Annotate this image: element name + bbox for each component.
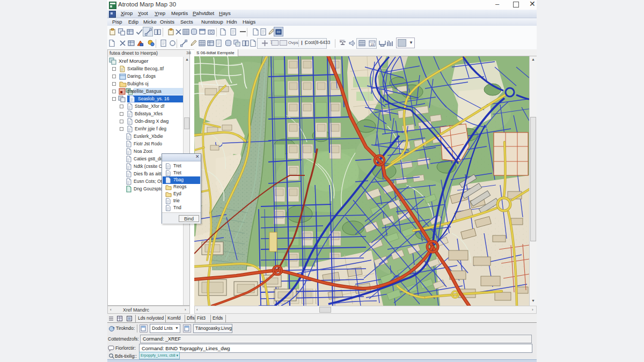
svg-text:BIND: BIND	[340, 39, 345, 42]
svg-text:15: 15	[371, 43, 375, 46]
svg-text:■: ■	[120, 90, 123, 94]
